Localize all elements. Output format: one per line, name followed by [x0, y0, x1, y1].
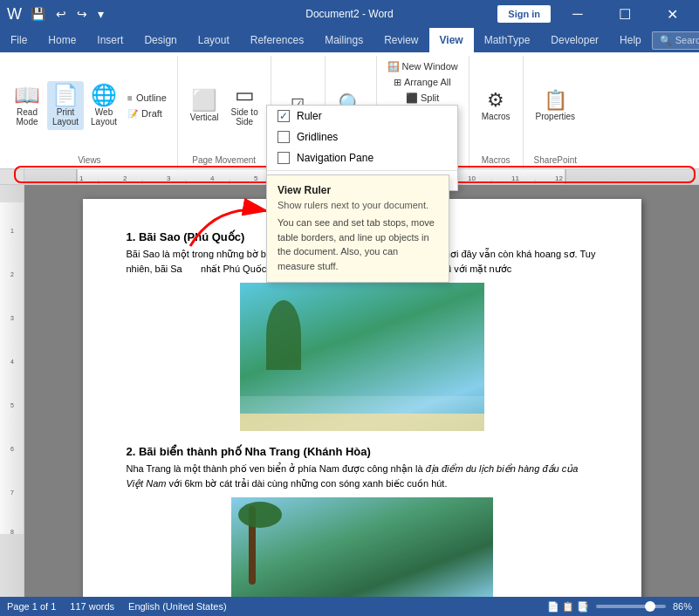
read-mode-label: ReadMode	[16, 107, 38, 127]
tab-insert[interactable]: Insert	[86, 28, 134, 52]
quick-access-toolbar: 💾 ↩ ↪ ▾	[27, 5, 107, 23]
language: English (United States)	[128, 601, 227, 612]
svg-text:12: 12	[555, 175, 563, 182]
dropdown-separator	[267, 170, 457, 171]
tab-home[interactable]: Home	[38, 28, 86, 52]
section2-heading: 2. Bãi biển thành phố Nha Trang (Khánh H…	[127, 445, 598, 458]
split-button[interactable]: ⬛ Split	[402, 91, 442, 106]
zoom-slider[interactable]	[596, 605, 666, 608]
ruler-checkbox[interactable]: ✓	[278, 110, 290, 122]
search-input[interactable]	[675, 35, 699, 45]
macros-icon: ⚙	[487, 91, 504, 110]
macros-group-label: Macros	[482, 152, 511, 165]
properties-icon: 📋	[544, 91, 567, 110]
ribbon-tabs: File Home Insert Design Layout Reference…	[0, 28, 699, 52]
properties-label: Properties	[536, 112, 576, 121]
svg-text:5: 5	[254, 175, 258, 182]
tab-review[interactable]: Review	[373, 28, 428, 52]
web-layout-button[interactable]: 🌐 WebLayout	[86, 81, 122, 130]
view-options-col: ≡ Outline 📝 Draft	[124, 91, 170, 120]
ribbon-group-sharepoint: 📋 Properties SharePoint	[524, 56, 588, 168]
svg-text:11: 11	[511, 175, 519, 182]
tooltip-body: You can see and set tab stops, move tabl…	[278, 216, 438, 273]
close-button[interactable]: ✕	[652, 0, 692, 28]
status-bar-right: 📄 📋 📑 86%	[547, 601, 692, 613]
vertical-label: Vertical	[190, 113, 219, 122]
ribbon-group-views: 📖 ReadMode 📄 PrintLayout 🌐 WebLayout ≡ O…	[2, 56, 178, 168]
print-layout-label: PrintLayout	[52, 107, 79, 127]
navigation-pane-menu-label: Navigation Pane	[297, 152, 373, 164]
svg-text:1: 1	[10, 228, 14, 234]
side-to-side-label: Side toSide	[231, 107, 258, 127]
zoom-level: 86%	[673, 601, 692, 612]
draft-button[interactable]: 📝 Draft	[124, 106, 170, 120]
customize-qat-button[interactable]: ▾	[94, 5, 107, 23]
gridlines-menu-item[interactable]: Gridlines	[267, 127, 457, 147]
vertical-ruler: 1 2 3 4 5 6 7 8	[0, 185, 24, 597]
tab-view[interactable]: View	[429, 28, 474, 52]
doc-title: Document2 - Word	[305, 8, 393, 20]
save-button[interactable]: 💾	[27, 5, 49, 23]
tooltip-subtitle: Show rulers next to your document.	[278, 200, 438, 210]
page-info: Page 1 of 1	[7, 601, 56, 612]
svg-text:2: 2	[123, 175, 127, 182]
print-layout-button[interactable]: 📄 PrintLayout	[47, 81, 84, 130]
search-icon: 🔍	[660, 35, 672, 46]
svg-rect-1	[24, 169, 77, 184]
word-icon: W	[7, 5, 22, 24]
tab-file[interactable]: File	[0, 28, 38, 52]
tab-layout[interactable]: Layout	[188, 28, 240, 52]
outline-button[interactable]: ≡ Outline	[124, 91, 170, 105]
page-movement-group-label: Page Movement	[192, 152, 256, 165]
tab-mathtype[interactable]: MathType	[474, 28, 541, 52]
side-to-side-icon: ▭	[235, 85, 255, 106]
tab-references[interactable]: References	[240, 28, 314, 52]
section2-text: Nha Trang là một thành phố ven biển ở ph…	[127, 462, 598, 490]
svg-text:4: 4	[210, 175, 215, 182]
svg-text:7: 7	[10, 489, 14, 496]
svg-rect-30	[0, 534, 24, 597]
signin-button[interactable]: Sign in	[497, 5, 551, 23]
tab-developer[interactable]: Developer	[540, 28, 609, 52]
maximize-button[interactable]: ☐	[605, 0, 645, 28]
ruler-menu-item[interactable]: ✓ Ruler	[267, 106, 457, 127]
zoom-thumb[interactable]	[645, 601, 655, 612]
word-count: 117 words	[70, 601, 114, 612]
tooltip-title: View Ruler	[278, 184, 438, 196]
read-mode-icon: 📖	[14, 85, 40, 106]
tab-mailings[interactable]: Mailings	[314, 28, 373, 52]
side-to-side-button[interactable]: ▭ Side toSide	[226, 81, 264, 130]
web-layout-icon: 🌐	[91, 85, 117, 106]
title-bar: W 💾 ↩ ↪ ▾ Document2 - Word Sign in ─ ☐ ✕	[0, 0, 699, 28]
macros-label: Macros	[482, 112, 511, 121]
svg-text:3: 3	[10, 315, 14, 321]
ruler-menu-label: Ruler	[297, 110, 322, 122]
tab-design[interactable]: Design	[134, 28, 187, 52]
print-layout-icon: 📄	[52, 85, 79, 106]
tab-help[interactable]: Help	[609, 28, 652, 52]
navigation-pane-menu-item[interactable]: Navigation Pane	[267, 147, 457, 168]
svg-text:6: 6	[10, 446, 14, 452]
ruler-corner	[0, 169, 24, 184]
sharepoint-group-label: SharePoint	[534, 152, 577, 165]
svg-rect-2	[565, 169, 699, 184]
svg-rect-29	[0, 185, 24, 202]
read-mode-button[interactable]: 📖 ReadMode	[9, 81, 45, 130]
nav-pane-checkbox[interactable]	[278, 152, 290, 164]
arrange-all-button[interactable]: ⊞ Arrange All	[390, 75, 454, 90]
gridlines-checkbox[interactable]	[278, 131, 290, 143]
new-window-button[interactable]: 🪟 New Window	[384, 59, 462, 74]
redo-button[interactable]: ↪	[73, 5, 91, 23]
vertical-button[interactable]: ⬜ Vertical	[185, 86, 224, 126]
ruler-check-mark: ✓	[279, 110, 288, 122]
svg-text:2: 2	[10, 271, 14, 277]
properties-button[interactable]: 📋 Properties	[531, 87, 581, 125]
macros-button[interactable]: ⚙ Macros	[476, 87, 516, 125]
minimize-button[interactable]: ─	[558, 0, 598, 28]
svg-text:8: 8	[10, 529, 14, 535]
undo-button[interactable]: ↩	[52, 5, 70, 23]
search-box[interactable]: 🔍	[652, 31, 699, 50]
svg-text:10: 10	[468, 175, 476, 182]
view-mode-icons: 📄 📋 📑	[547, 601, 589, 613]
view-ruler-tooltip: View Ruler Show rulers next to your docu…	[266, 175, 449, 283]
